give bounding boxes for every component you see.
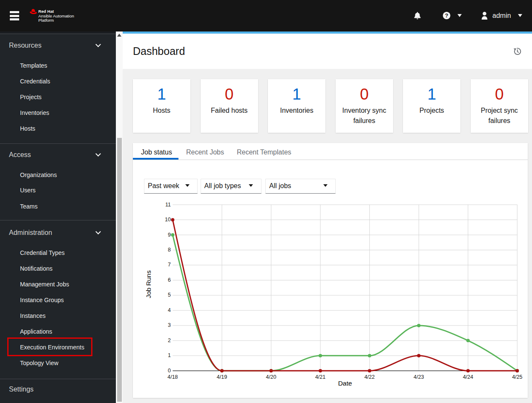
svg-text:?: ? bbox=[445, 12, 449, 19]
